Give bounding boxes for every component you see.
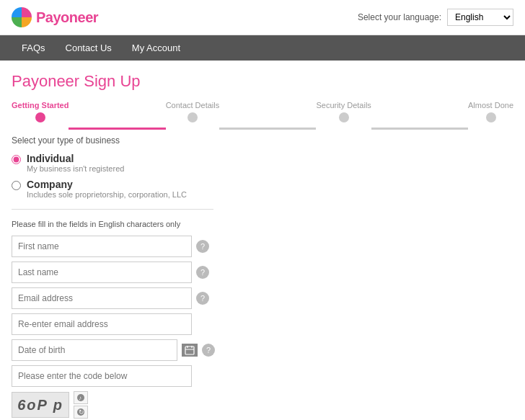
business-type-section: Select your type of business Individual …	[12, 135, 513, 199]
step-dot-2	[188, 112, 198, 122]
company-info: Company Includes sole proprietorship, co…	[27, 179, 187, 199]
audio-icon: ♪	[76, 393, 85, 402]
email-help-icon[interactable]: ?	[196, 292, 209, 305]
last-name-input[interactable]	[12, 262, 192, 283]
step-almost-done: Almost Done	[468, 101, 513, 122]
language-dropdown[interactable]: English	[447, 9, 513, 26]
company-title: Company	[27, 179, 187, 190]
step-dot-1	[35, 112, 45, 122]
re-email-row	[12, 313, 513, 335]
step-security-details: Security Details	[316, 101, 371, 122]
radio-individual[interactable]: Individual My business isn't registered	[12, 153, 513, 173]
step-dot-4	[486, 112, 496, 122]
logo-icon	[12, 7, 32, 27]
radio-company[interactable]: Company Includes sole proprietorship, co…	[12, 179, 513, 199]
last-name-row: ?	[12, 262, 513, 283]
captcha-refresh-button[interactable]: ↻	[74, 406, 88, 419]
svg-rect-0	[185, 347, 194, 354]
captcha-image: 6oP p	[12, 392, 69, 418]
connector-3	[371, 110, 468, 122]
individual-info: Individual My business isn't registered	[27, 153, 124, 173]
navbar: FAQs Contact Us My Account	[0, 35, 525, 61]
captcha-audio-button[interactable]: ♪	[74, 391, 88, 404]
header: Payoneer Select your language: English	[0, 0, 525, 35]
company-subtitle: Includes sole proprietorship, corporatio…	[27, 190, 187, 199]
captcha-controls: ♪ ↻	[74, 391, 88, 419]
step-label-3: Security Details	[316, 101, 371, 110]
nav-my-account[interactable]: My Account	[122, 35, 190, 61]
business-type-group: Individual My business isn't registered …	[12, 153, 513, 199]
logo-text: Payoneer	[36, 9, 98, 26]
email-input[interactable]	[12, 287, 192, 309]
form-section: Please fill in the fields in English cha…	[12, 220, 513, 420]
radio-company-input[interactable]	[12, 181, 21, 190]
step-label-2: Contact Details	[166, 101, 220, 110]
first-name-input[interactable]	[12, 236, 192, 257]
step-getting-started: Getting Started	[12, 101, 69, 122]
step-dot-3	[339, 112, 349, 122]
nav-contact-us[interactable]: Contact Us	[56, 35, 122, 61]
captcha-text: 6oP p	[17, 397, 63, 414]
captcha-area: 6oP p ♪ ↻	[12, 391, 513, 419]
first-name-row: ?	[12, 236, 513, 257]
captcha-input[interactable]	[12, 365, 192, 387]
individual-title: Individual	[27, 153, 124, 164]
page-content: Payoneer Sign Up Getting Started Contact…	[0, 61, 525, 420]
page-title: Payoneer Sign Up	[12, 72, 513, 91]
nav-faqs[interactable]: FAQs	[12, 35, 56, 61]
step-label-1: Getting Started	[12, 101, 69, 110]
progress-steps: Getting Started Contact Details Security…	[12, 101, 513, 122]
language-label: Select your language:	[358, 12, 441, 22]
svg-text:♪: ♪	[79, 395, 81, 401]
logo: Payoneer	[12, 7, 98, 27]
re-email-input[interactable]	[12, 313, 192, 335]
connector-2	[219, 110, 316, 122]
connector-1	[69, 110, 165, 122]
calendar-svg	[185, 345, 195, 355]
form-notice: Please fill in the fields in English cha…	[12, 220, 513, 228]
calendar-icon[interactable]	[182, 344, 198, 357]
individual-subtitle: My business isn't registered	[27, 164, 124, 173]
email-row: ?	[12, 287, 513, 309]
svg-text:↻: ↻	[79, 408, 84, 416]
section-divider	[12, 209, 213, 210]
step-line-1	[69, 128, 165, 130]
radio-individual-input[interactable]	[12, 155, 21, 164]
dob-row: ?	[12, 339, 513, 361]
business-section-label: Select your type of business	[12, 135, 513, 146]
language-selector: Select your language: English	[358, 9, 513, 26]
dob-input[interactable]	[12, 339, 177, 361]
captcha-input-row	[12, 365, 513, 387]
last-name-help-icon[interactable]: ?	[196, 266, 209, 279]
step-contact-details: Contact Details	[166, 101, 220, 122]
dob-help-icon[interactable]: ?	[202, 344, 215, 357]
step-line-2	[219, 128, 316, 130]
first-name-help-icon[interactable]: ?	[196, 240, 209, 253]
step-line-3	[371, 128, 468, 130]
step-label-4: Almost Done	[468, 101, 513, 110]
refresh-icon: ↻	[76, 408, 85, 416]
